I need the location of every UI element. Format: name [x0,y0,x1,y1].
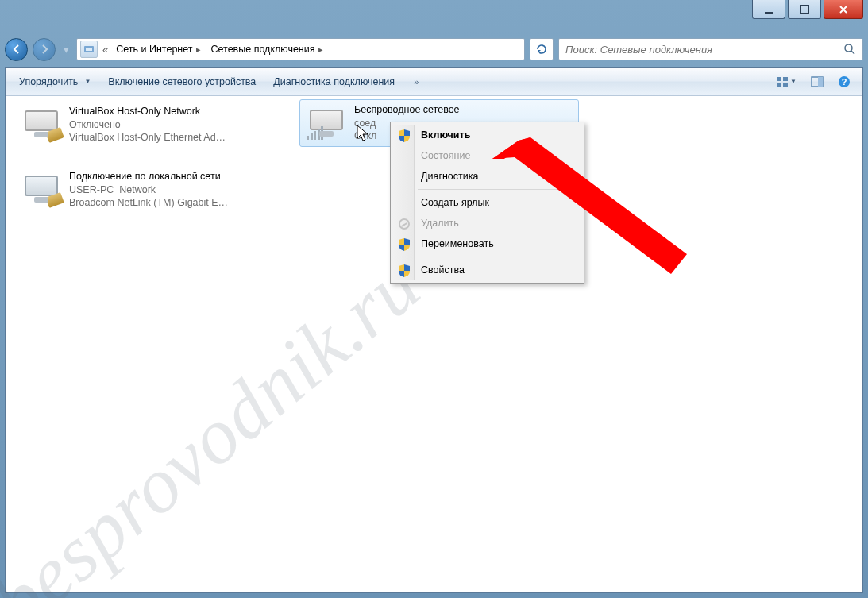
address-bar[interactable]: « Сеть и Интернет ▸ Сетевые подключения … [76,38,525,60]
maximize-button[interactable] [788,0,821,19]
breadcrumb-item-connections[interactable]: Сетевые подключения ▸ [206,39,329,60]
shield-icon [397,237,411,252]
minimize-button[interactable] [752,0,785,19]
close-button[interactable] [824,0,863,19]
ctx-label: Переименовать [421,238,494,249]
svg-rect-8 [777,83,781,87]
toolbar-label: Упорядочить [19,76,78,87]
shield-icon [397,264,411,278]
breadcrumb-start[interactable]: « [99,44,111,56]
toolbar: Упорядочить ▼ Включение сетевого устройс… [6,68,862,96]
connection-title: VirtualBox Host-Only Network [69,105,226,118]
svg-rect-1 [800,6,808,14]
connection-device: Broadcom NetLink (TM) Gigabit E… [69,196,228,210]
monitor-disabled-icon [20,104,63,144]
preview-pane-button[interactable] [804,71,831,92]
ctx-label: Состояние [421,150,470,161]
monitor-icon [20,169,63,209]
connection-title: Беспроводное сетевое [354,103,460,117]
chevron-down-icon: ▼ [790,78,797,85]
search-input[interactable] [565,44,842,56]
svg-rect-7 [783,77,788,81]
svg-point-4 [845,44,852,52]
ctx-label: Диагностика [421,171,478,182]
nav-history-dropdown[interactable]: ▾ [60,44,71,56]
content-area: VirtualBox Host-Only Network Отключено V… [6,96,862,592]
chevron-right-icon[interactable]: ▸ [315,44,326,55]
chevron-down-icon: ▼ [84,78,91,85]
svg-rect-9 [783,83,788,87]
view-options-button[interactable]: ▼ [769,71,804,92]
breadcrumb-item-network[interactable]: Сеть и Интернет ▸ [111,39,206,60]
help-button[interactable]: ? [831,71,858,92]
connection-title: Подключение по локальной сети [69,170,228,183]
svg-rect-3 [86,48,92,51]
diagnose-button[interactable]: Диагностика подключения [264,71,403,92]
search-icon [842,43,858,56]
svg-rect-6 [777,77,781,81]
nav-back-button[interactable] [5,38,28,61]
monitor-wifi-disabled-icon [305,103,348,143]
connection-item-vbox[interactable]: VirtualBox Host-Only Network Отключено V… [15,101,295,149]
ctx-label: Свойства [421,264,465,276]
ctx-label: Включить [421,129,470,141]
connection-status: Отключено [69,118,226,132]
toolbar-overflow[interactable]: » [405,71,427,92]
overflow-label: » [414,77,419,87]
svg-text:?: ? [842,77,847,87]
ctx-label: Удалить [421,218,459,229]
search-box[interactable] [558,38,863,60]
nav-forward-button[interactable] [33,38,56,61]
breadcrumb-label: Сеть и Интернет [116,44,192,55]
location-icon [80,41,98,58]
refresh-button[interactable] [530,38,554,60]
connection-device: VirtualBox Host-Only Ethernet Ad… [69,131,226,145]
breadcrumb-label: Сетевые подключения [211,44,315,55]
connection-status: USER-PC_Network [69,183,228,197]
watermark: besprovodnik.ru [0,239,438,598]
organize-button[interactable]: Упорядочить ▼ [10,71,99,92]
shield-icon [397,129,411,143]
svg-rect-11 [818,77,823,87]
ctx-label: Создать ярлык [421,197,489,208]
no-entry-icon [397,217,411,231]
toolbar-label: Диагностика подключения [273,76,395,87]
annotation-arrow [492,135,699,286]
enable-device-button[interactable]: Включение сетевого устройства [99,71,264,92]
connection-item-lan[interactable]: Подключение по локальной сети USER-PC_Ne… [15,166,295,214]
svg-rect-0 [765,12,773,14]
toolbar-label: Включение сетевого устройства [108,76,256,87]
cursor-icon [357,125,371,144]
chevron-right-icon[interactable]: ▸ [193,44,204,55]
svg-line-5 [851,51,854,54]
